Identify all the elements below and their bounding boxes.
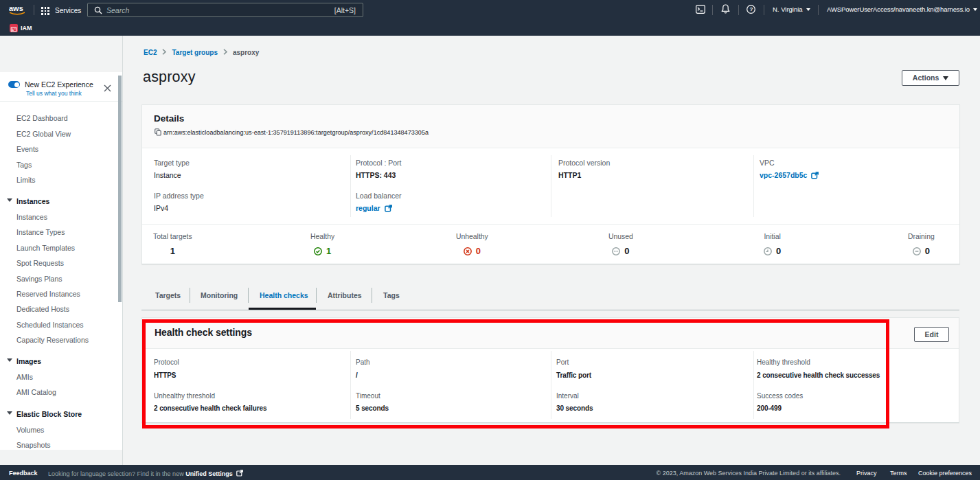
svg-text:?: ? [749,6,753,12]
svg-text:aws: aws [9,4,23,12]
